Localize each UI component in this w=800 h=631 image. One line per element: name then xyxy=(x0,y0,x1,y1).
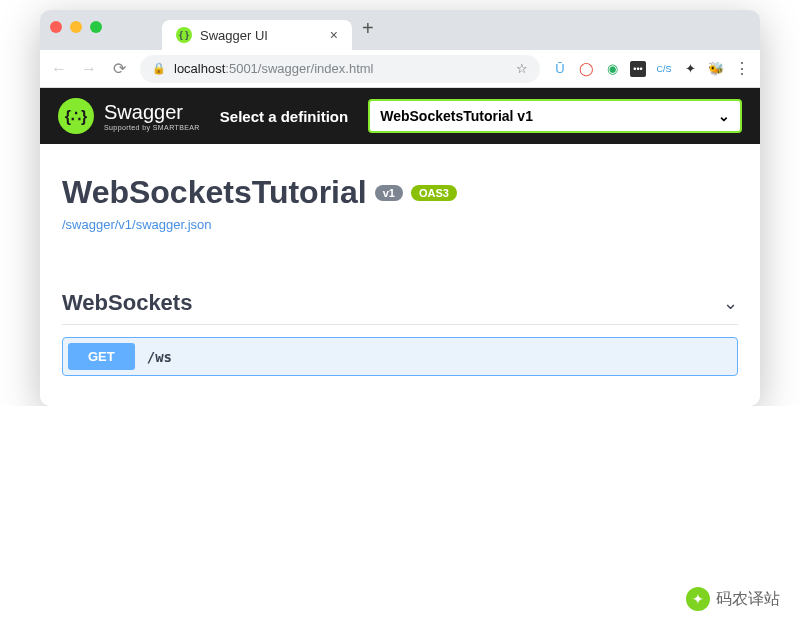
browser-menu-icon[interactable]: ⋮ xyxy=(734,59,750,78)
extension-icon[interactable]: C/S xyxy=(656,61,672,77)
titlebar: { } Swagger UI × + xyxy=(40,10,760,50)
close-window-button[interactable] xyxy=(50,21,62,33)
chevron-down-icon: ⌄ xyxy=(723,292,738,314)
lock-icon: 🔒 xyxy=(152,62,166,75)
browser-tab[interactable]: { } Swagger UI × xyxy=(162,20,352,50)
extension-icon[interactable]: ◉ xyxy=(604,61,620,77)
reload-button[interactable]: ⟳ xyxy=(110,59,128,78)
tab-title: Swagger UI xyxy=(200,28,268,43)
new-tab-button[interactable]: + xyxy=(352,17,384,40)
extension-icon[interactable]: ◯ xyxy=(578,61,594,77)
traffic-lights xyxy=(50,21,102,33)
swagger-favicon-icon: { } xyxy=(176,27,192,43)
swagger-content: WebSocketsTutorial v1 OAS3 /swagger/v1/s… xyxy=(40,144,760,406)
minimize-window-button[interactable] xyxy=(70,21,82,33)
extensions-area: Ū ◯ ◉ ••• C/S ✦ 🐝 ⋮ xyxy=(552,59,750,78)
tag-name: WebSockets xyxy=(62,290,192,316)
logo-name: Swagger xyxy=(104,101,200,124)
definition-select[interactable]: WebSocketsTutorial v1 ⌄ xyxy=(368,99,742,133)
definition-select-label: Select a definition xyxy=(220,108,348,125)
oas-badge: OAS3 xyxy=(411,185,457,201)
operation-path: /ws xyxy=(147,349,172,365)
extension-icon[interactable]: 🐝 xyxy=(708,61,724,77)
selected-definition: WebSocketsTutorial v1 xyxy=(380,108,533,124)
swagger-logo: {∴} Swagger Supported by SMARTBEAR xyxy=(58,98,200,134)
address-bar[interactable]: 🔒 localhost:5001/swagger/index.html ☆ xyxy=(140,55,540,83)
browser-window: { } Swagger UI × + ← → ⟳ 🔒 localhost:500… xyxy=(40,10,760,406)
swagger-json-link[interactable]: /swagger/v1/swagger.json xyxy=(62,217,738,232)
url-text: localhost:5001/swagger/index.html xyxy=(174,61,373,76)
back-button[interactable]: ← xyxy=(50,60,68,78)
extension-icon[interactable]: ••• xyxy=(630,61,646,77)
browser-toolbar: ← → ⟳ 🔒 localhost:5001/swagger/index.htm… xyxy=(40,50,760,88)
forward-button[interactable]: → xyxy=(80,60,98,78)
tag-header[interactable]: WebSockets ⌄ xyxy=(62,282,738,325)
logo-subtitle: Supported by SMARTBEAR xyxy=(104,124,200,131)
swagger-logo-icon: {∴} xyxy=(58,98,94,134)
http-method-badge: GET xyxy=(68,343,135,370)
chevron-down-icon: ⌄ xyxy=(718,108,730,124)
maximize-window-button[interactable] xyxy=(90,21,102,33)
operation-row[interactable]: GET /ws xyxy=(62,337,738,376)
extensions-puzzle-icon[interactable]: ✦ xyxy=(682,61,698,77)
extension-icon[interactable]: Ū xyxy=(552,61,568,77)
api-title-row: WebSocketsTutorial v1 OAS3 xyxy=(62,174,738,211)
bookmark-star-icon[interactable]: ☆ xyxy=(516,61,528,76)
tag-section: WebSockets ⌄ GET /ws xyxy=(62,282,738,376)
close-tab-icon[interactable]: × xyxy=(330,27,338,43)
api-title: WebSocketsTutorial xyxy=(62,174,367,211)
swagger-topbar: {∴} Swagger Supported by SMARTBEAR Selec… xyxy=(40,88,760,144)
version-badge: v1 xyxy=(375,185,403,201)
